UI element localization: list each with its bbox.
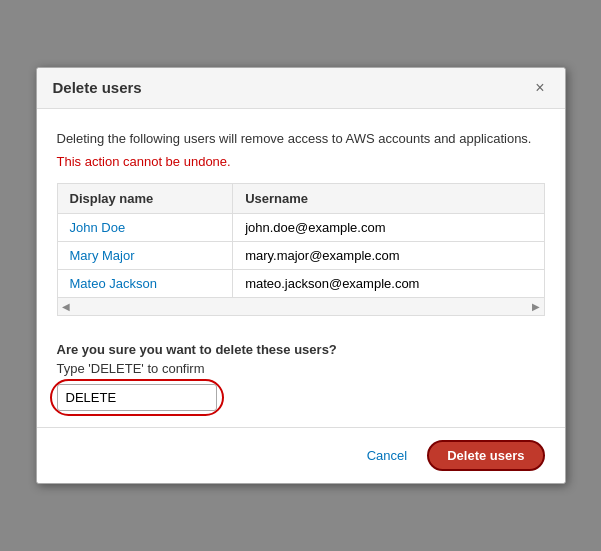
col-display-name: Display name	[57, 184, 233, 214]
users-table: Display name Username John Doejohn.doe@e…	[57, 183, 545, 298]
warning-text: This action cannot be undone.	[57, 154, 545, 169]
dialog-header: Delete users ×	[37, 68, 565, 109]
close-button[interactable]: ×	[531, 78, 548, 98]
cancel-button[interactable]: Cancel	[357, 442, 417, 469]
users-table-wrapper: Display name Username John Doejohn.doe@e…	[57, 183, 545, 298]
delete-users-button[interactable]: Delete users	[427, 440, 544, 471]
user-username: john.doe@example.com	[233, 214, 544, 242]
delete-input-wrapper	[57, 384, 217, 411]
col-username: Username	[233, 184, 544, 214]
table-row: Mateo Jacksonmateo.jackson@example.com	[57, 270, 544, 298]
info-text: Deleting the following users will remove…	[57, 129, 545, 149]
scroll-right-icon[interactable]: ▶	[530, 301, 542, 312]
user-display-name-link[interactable]: Mateo Jackson	[70, 276, 157, 291]
confirm-section: Are you sure you want to delete these us…	[37, 342, 565, 427]
user-display-name-link[interactable]: Mary Major	[70, 248, 135, 263]
dialog-footer: Cancel Delete users	[37, 427, 565, 483]
delete-confirm-input[interactable]	[57, 384, 217, 411]
delete-users-dialog: Delete users × Deleting the following us…	[36, 67, 566, 485]
table-row: John Doejohn.doe@example.com	[57, 214, 544, 242]
user-username: mateo.jackson@example.com	[233, 270, 544, 298]
table-row: Mary Majormary.major@example.com	[57, 242, 544, 270]
scroll-left-icon[interactable]: ◀	[60, 301, 72, 312]
scroll-bar[interactable]: ◀ ▶	[57, 298, 545, 316]
dialog-title: Delete users	[53, 79, 142, 96]
dialog-body: Deleting the following users will remove…	[37, 109, 565, 343]
confirm-instruction: Type 'DELETE' to confirm	[57, 361, 545, 376]
user-display-name-link[interactable]: John Doe	[70, 220, 126, 235]
user-username: mary.major@example.com	[233, 242, 544, 270]
confirm-question: Are you sure you want to delete these us…	[57, 342, 545, 357]
